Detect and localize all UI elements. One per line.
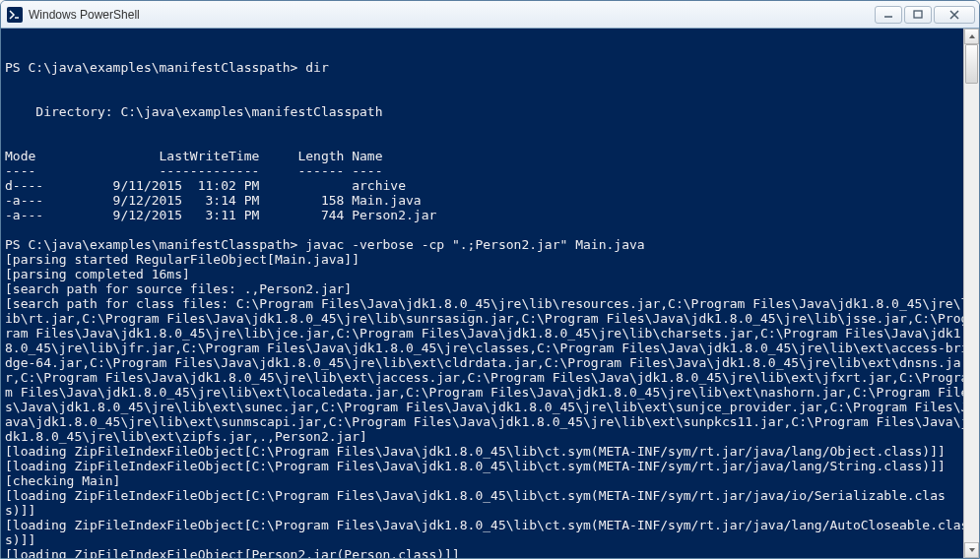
output-line: [loading ZipFileIndexFileObject[Person2.… xyxy=(5,547,460,558)
prompt-line: PS C:\java\examples\manifestClasspath> j… xyxy=(5,237,645,252)
maximize-button[interactable] xyxy=(904,6,932,24)
minimize-button[interactable] xyxy=(875,6,902,24)
scroll-down-button[interactable] xyxy=(964,542,979,558)
vertical-scrollbar[interactable] xyxy=(963,29,979,558)
output-line: [checking Main] xyxy=(5,473,120,488)
terminal[interactable]: PS C:\java\examples\manifestClasspath> d… xyxy=(1,29,979,558)
table-row: -a--- 9/12/2015 3:11 PM 744 Person2.jar xyxy=(5,208,436,222)
output-line: [loading ZipFileIndexFileObject[C:\Progr… xyxy=(5,444,946,459)
table-row: d---- 9/11/2015 11:02 PM archive xyxy=(5,178,406,193)
scrollbar-thumb[interactable] xyxy=(965,44,978,84)
prompt-line: PS C:\java\examples\manifestClasspath> d… xyxy=(5,60,329,75)
output-line: [loading ZipFileIndexFileObject[C:\Progr… xyxy=(5,488,946,518)
table-rule: ---- ------------- ------ ---- xyxy=(5,163,383,178)
terminal-output: PS C:\java\examples\manifestClasspath> d… xyxy=(5,60,975,558)
dir-header: Directory: C:\java\examples\manifestClas… xyxy=(5,104,383,119)
svg-rect-3 xyxy=(914,11,922,18)
close-button[interactable] xyxy=(934,6,975,24)
output-line: [search path for source files: .,Person2… xyxy=(5,281,352,296)
scrollbar-track[interactable] xyxy=(964,44,979,542)
window-controls xyxy=(875,6,975,24)
titlebar[interactable]: Windows PowerShell xyxy=(1,1,979,29)
table-header: Mode LastWriteTime Length Name xyxy=(5,149,383,163)
powershell-icon xyxy=(7,7,23,23)
window-title: Windows PowerShell xyxy=(29,8,875,22)
output-line: [loading ZipFileIndexFileObject[C:\Progr… xyxy=(5,518,968,547)
output-line: [parsing completed 16ms] xyxy=(5,267,190,281)
output-line: [parsing started RegularFileObject[Main.… xyxy=(5,252,359,267)
powershell-window: Windows PowerShell PS C:\java\examples\m… xyxy=(0,0,980,559)
scroll-up-button[interactable] xyxy=(964,29,979,44)
table-row: -a--- 9/12/2015 3:14 PM 158 Main.java xyxy=(5,193,422,208)
output-line: [search path for class files: C:\Program… xyxy=(5,296,968,444)
output-line: [loading ZipFileIndexFileObject[C:\Progr… xyxy=(5,459,946,473)
